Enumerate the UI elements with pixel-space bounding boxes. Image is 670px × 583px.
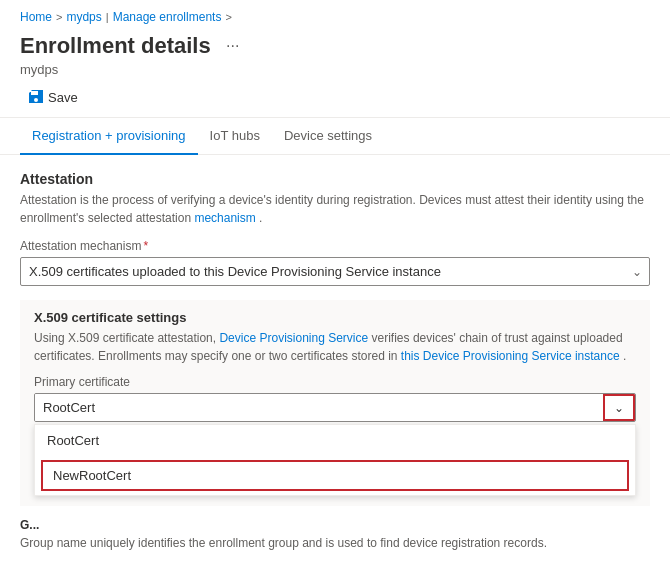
attestation-desc-end: .: [259, 211, 262, 225]
mechanism-label-text: Attestation mechanism: [20, 239, 141, 253]
breadcrumb-sep-3: >: [225, 11, 231, 23]
attestation-mechanism-link[interactable]: mechanism: [194, 211, 255, 225]
cert-desc-end: .: [623, 349, 626, 363]
tabs: Registration + provisioning IoT hubs Dev…: [0, 120, 670, 155]
breadcrumb: Home > mydps | Manage enrollments >: [0, 0, 670, 28]
primary-cert-chevron-button[interactable]: ⌄: [603, 394, 635, 421]
save-label: Save: [48, 90, 78, 105]
attestation-section-title: Attestation: [20, 171, 650, 187]
required-indicator: *: [143, 239, 148, 253]
attestation-desc-text: Attestation is the process of verifying …: [20, 193, 644, 225]
main-content: Attestation Attestation is the process o…: [0, 155, 670, 568]
tab-device-settings[interactable]: Device settings: [272, 120, 384, 155]
breadcrumb-mydps[interactable]: mydps: [66, 10, 101, 24]
cert-settings-box: X.509 certificate settings Using X.509 c…: [20, 300, 650, 506]
ellipsis-menu-button[interactable]: ···: [219, 32, 247, 60]
primary-cert-label-text: Primary certificate: [34, 375, 130, 389]
cert-settings-title: X.509 certificate settings: [34, 310, 636, 325]
cert-settings-desc: Using X.509 certificate attestation, Dev…: [34, 329, 636, 365]
group-name-desc: G... Group name uniquely identifies the …: [20, 516, 650, 552]
attestation-mechanism-wrapper: X.509 certificates uploaded to this Devi…: [20, 257, 650, 286]
dropdown-option-newrootcert[interactable]: NewRootCert: [41, 460, 629, 491]
toolbar: Save: [0, 77, 670, 118]
save-icon: [28, 89, 44, 105]
breadcrumb-home[interactable]: Home: [20, 10, 52, 24]
cert-dps-link[interactable]: Device Provisioning Service: [219, 331, 368, 345]
group-name-description: Group name uniquely identifies the enrol…: [20, 536, 547, 550]
attestation-section-desc: Attestation is the process of verifying …: [20, 191, 650, 227]
page-subtitle: mydps: [20, 62, 650, 77]
save-button[interactable]: Save: [20, 85, 86, 109]
page-title: Enrollment details: [20, 33, 211, 59]
cert-instance-link[interactable]: this Device Provisioning Service instanc…: [401, 349, 620, 363]
dropdown-option-rootcert[interactable]: RootCert: [35, 425, 635, 456]
primary-cert-label: Primary certificate: [34, 375, 636, 389]
primary-cert-select-row: RootCert ⌄: [34, 393, 636, 422]
breadcrumb-manage-enrollments[interactable]: Manage enrollments: [113, 10, 222, 24]
breadcrumb-sep-2: |: [106, 11, 109, 23]
primary-cert-value: RootCert: [35, 394, 603, 421]
tab-iot-hubs[interactable]: IoT hubs: [198, 120, 272, 155]
cert-desc-part1: Using X.509 certificate attestation,: [34, 331, 216, 345]
attestation-mechanism-label: Attestation mechanism*: [20, 239, 650, 253]
attestation-mechanism-select[interactable]: X.509 certificates uploaded to this Devi…: [20, 257, 650, 286]
tab-registration[interactable]: Registration + provisioning: [20, 120, 198, 155]
cert-dropdown-popup: RootCert NewRootCert: [34, 424, 636, 496]
breadcrumb-sep-1: >: [56, 11, 62, 23]
group-name-label-short: G...: [20, 518, 39, 532]
page-header: Enrollment details ··· mydps: [0, 28, 670, 77]
